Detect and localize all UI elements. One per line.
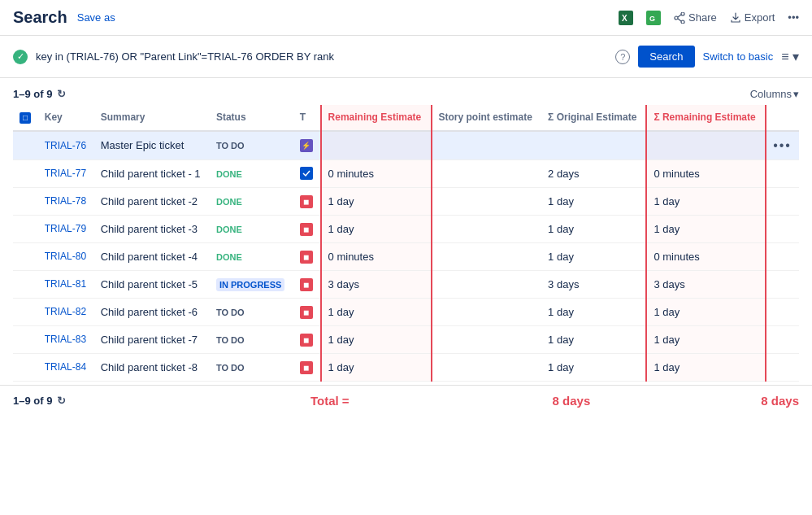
search-query-text[interactable]: key in (TRIAL-76) OR "Parent Link"=TRIAL…	[36, 50, 607, 63]
status-badge: IN PROGRESS	[216, 278, 284, 291]
table-row: TRIAL-84 Child parent ticket -8 TO DO ◼ …	[13, 353, 799, 381]
status-badge: TO DO	[216, 363, 245, 373]
row-type: ◼	[293, 215, 321, 242]
row-type: ⚡	[293, 131, 321, 160]
table-row: TRIAL-81 Child parent ticket -5 IN PROGR…	[13, 270, 799, 298]
more-options-button[interactable]: •••	[788, 11, 799, 24]
row-summary: Child parent ticket -5	[94, 270, 210, 298]
type-icon: ◼	[300, 195, 313, 208]
row-key[interactable]: TRIAL-77	[38, 159, 94, 187]
row-actions	[766, 242, 799, 270]
row-type: ◼	[293, 242, 321, 270]
excel-export-button[interactable]: X	[619, 11, 633, 25]
share-label: Share	[688, 11, 717, 24]
col-header-story-points: Story point estimate	[432, 105, 542, 131]
footer: 1–9 of 9 ↻ Total = 8 days 8 days	[0, 385, 812, 416]
row-sigma-remaining: 0 minutes	[646, 242, 766, 270]
row-sigma-original	[541, 131, 646, 160]
svg-point-5	[675, 16, 678, 20]
row-key[interactable]: TRIAL-76	[38, 131, 94, 160]
excel-icon: X	[619, 11, 633, 25]
row-key[interactable]: TRIAL-80	[38, 242, 94, 270]
search-status-icon: ✓	[13, 50, 28, 64]
save-as-link[interactable]: Save as	[77, 11, 115, 24]
row-actions: •••	[766, 131, 799, 160]
row-remaining-estimate: 1 day	[321, 187, 432, 215]
footer-refresh-icon[interactable]: ↻	[57, 395, 66, 407]
row-summary: Child parent ticket - 1	[94, 159, 210, 187]
search-button[interactable]: Search	[638, 46, 694, 68]
col-header-remaining-estimate: Remaining Estimate	[321, 105, 432, 131]
row-story-points	[432, 242, 542, 270]
type-icon: ◼	[300, 223, 313, 236]
row-story-points	[432, 298, 542, 325]
row-status: DONE	[210, 215, 293, 242]
row-status: TO DO	[210, 298, 293, 325]
col-header-checkbox[interactable]: □	[13, 105, 38, 131]
sheets-icon: G	[646, 11, 661, 25]
row-remaining-estimate: 1 day	[321, 298, 432, 325]
row-remaining-estimate: 1 day	[321, 325, 432, 353]
results-table-container: □ Key Summary Status T Remaining Estimat…	[0, 105, 812, 382]
status-badge: TO DO	[216, 308, 245, 317]
type-icon: ◼	[300, 361, 313, 374]
row-sigma-original: 1 day	[541, 242, 646, 270]
export-button[interactable]: Export	[730, 11, 775, 24]
row-key[interactable]: TRIAL-81	[38, 270, 94, 298]
columns-label: Columns	[750, 88, 792, 100]
columns-button[interactable]: Columns ▾	[750, 88, 799, 100]
row-actions	[766, 353, 799, 381]
row-remaining-estimate: 1 day	[321, 353, 432, 381]
row-key[interactable]: TRIAL-82	[38, 298, 94, 325]
row-summary: Child parent ticket -8	[94, 353, 210, 381]
row-actions	[766, 187, 799, 215]
row-sigma-remaining: 1 day	[646, 325, 766, 353]
select-all-checkbox[interactable]: □	[20, 112, 31, 124]
footer-count-text: 1–9 of 9	[13, 395, 52, 407]
row-type: ◼	[293, 298, 321, 325]
row-remaining-estimate: 1 day	[321, 215, 432, 242]
refresh-icon[interactable]: ↻	[57, 88, 66, 100]
row-sigma-original: 1 day	[541, 215, 646, 242]
footer-count: 1–9 of 9 ↻	[13, 395, 66, 407]
row-status: TO DO	[210, 131, 293, 160]
row-sigma-original: 1 day	[541, 353, 646, 381]
help-icon[interactable]: ?	[615, 50, 630, 64]
row-summary: Child parent ticket -7	[94, 325, 210, 353]
row-checkbox-cell	[13, 131, 38, 160]
row-sigma-remaining	[646, 131, 766, 160]
switch-to-basic-link[interactable]: Switch to basic	[703, 50, 774, 63]
row-actions	[766, 298, 799, 325]
svg-line-8	[678, 19, 681, 21]
row-checkbox-cell	[13, 159, 38, 187]
type-icon: ◼	[300, 334, 313, 347]
row-summary: Child parent ticket -6	[94, 298, 210, 325]
row-checkbox-cell	[13, 353, 38, 381]
type-icon: ⚡	[300, 139, 313, 152]
status-badge: TO DO	[216, 335, 245, 345]
row-key[interactable]: TRIAL-79	[38, 215, 94, 242]
row-key[interactable]: TRIAL-83	[38, 325, 94, 353]
row-sigma-remaining: 1 day	[646, 215, 766, 242]
row-key[interactable]: TRIAL-84	[38, 353, 94, 381]
status-badge: DONE	[216, 169, 242, 179]
row-checkbox-cell	[13, 187, 38, 215]
row-story-points	[432, 270, 542, 298]
row-status: DONE	[210, 187, 293, 215]
row-key[interactable]: TRIAL-78	[38, 187, 94, 215]
app-header: Search Save as X G Share	[0, 0, 812, 36]
row-more-button[interactable]: •••	[773, 138, 792, 153]
row-sigma-original: 1 day	[541, 325, 646, 353]
more-icon: •••	[788, 11, 799, 24]
row-type: ◼	[293, 187, 321, 215]
row-sigma-original: 3 days	[541, 270, 646, 298]
table-header-row: □ Key Summary Status T Remaining Estimat…	[13, 105, 799, 131]
col-header-summary: Summary	[94, 105, 210, 131]
share-button[interactable]: Share	[674, 11, 717, 24]
menu-icon[interactable]: ≡ ▾	[781, 49, 799, 64]
row-summary: Child parent ticket -3	[94, 215, 210, 242]
results-count-text: 1–9 of 9	[13, 88, 52, 100]
sheets-export-button[interactable]: G	[646, 11, 661, 25]
type-icon: ◼	[300, 306, 313, 319]
row-story-points	[432, 325, 542, 353]
